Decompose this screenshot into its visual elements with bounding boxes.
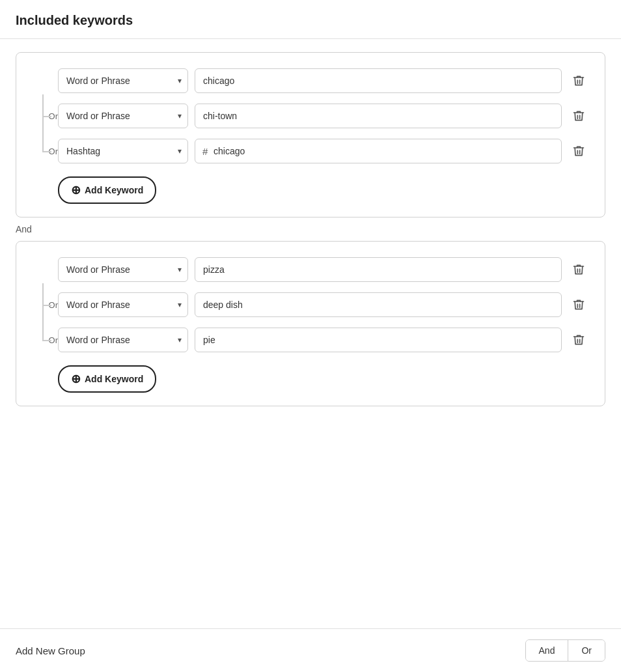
add-keyword-button-2[interactable]: ⊕ Add Keyword — [58, 365, 156, 393]
keyword-input-2[interactable] — [195, 104, 562, 128]
input-wrapper-3: # — [195, 139, 562, 163]
type-select-2[interactable]: Word or Phrase Hashtag Mention URL — [58, 104, 188, 128]
footer-bar: Add New Group And Or — [0, 628, 621, 672]
type-select-wrapper-1: Word or Phrase Hashtag Mention URL ▾ — [58, 68, 188, 93]
add-keyword-label-2: Add Keyword — [85, 374, 143, 384]
keyword-row-5: Or Word or Phrase Hashtag Mention URL ▾ — [32, 292, 589, 317]
keyword-row-1: Word or Phrase Hashtag Mention URL ▾ — [32, 68, 589, 93]
trash-icon-6 — [572, 333, 585, 346]
input-wrapper-1 — [195, 68, 562, 93]
add-circle-icon-2: ⊕ — [71, 372, 81, 386]
page-title: Included keywords — [16, 13, 133, 27]
keyword-row-2: Or Word or Phrase Hashtag Mention URL ▾ — [32, 104, 589, 128]
trash-icon-5 — [572, 298, 585, 311]
type-select-3[interactable]: Word or Phrase Hashtag Mention URL — [58, 139, 188, 163]
trash-icon-4 — [572, 263, 585, 276]
delete-button-1[interactable] — [568, 70, 589, 91]
and-connector: And — [16, 217, 605, 241]
keyword-group-1: Word or Phrase Hashtag Mention URL ▾ — [16, 52, 605, 217]
delete-button-3[interactable] — [568, 141, 589, 161]
and-button[interactable]: And — [526, 640, 568, 661]
and-or-button-group: And Or — [525, 639, 605, 662]
keyword-input-5[interactable] — [195, 292, 562, 317]
type-select-wrapper-5: Word or Phrase Hashtag Mention URL ▾ — [58, 292, 188, 317]
content-area: Word or Phrase Hashtag Mention URL ▾ — [0, 39, 621, 419]
add-circle-icon-1: ⊕ — [71, 183, 81, 197]
add-new-group-label: Add New Group — [16, 645, 85, 656]
trash-icon-2 — [572, 109, 585, 122]
page-container: Included keywords Word or Phrase Hashtag… — [0, 0, 621, 672]
input-wrapper-5 — [195, 292, 562, 317]
add-keyword-button-1[interactable]: ⊕ Add Keyword — [58, 176, 156, 204]
keyword-row-3: Or Word or Phrase Hashtag Mention URL ▾ … — [32, 139, 589, 163]
keyword-row-4: Word or Phrase Hashtag Mention URL ▾ — [32, 257, 589, 282]
delete-button-4[interactable] — [568, 259, 589, 280]
page-header: Included keywords — [0, 0, 621, 39]
type-select-wrapper-3: Word or Phrase Hashtag Mention URL ▾ — [58, 139, 188, 163]
type-select-wrapper-2: Word or Phrase Hashtag Mention URL ▾ — [58, 104, 188, 128]
input-wrapper-2 — [195, 104, 562, 128]
trash-icon-3 — [572, 145, 585, 158]
add-keyword-label-1: Add Keyword — [85, 185, 143, 195]
keyword-group-2: Word or Phrase Hashtag Mention URL ▾ — [16, 241, 605, 406]
type-select-6[interactable]: Word or Phrase Hashtag Mention URL — [58, 328, 188, 352]
type-select-5[interactable]: Word or Phrase Hashtag Mention URL — [58, 292, 188, 317]
input-wrapper-4 — [195, 257, 562, 282]
type-select-1[interactable]: Word or Phrase Hashtag Mention URL — [58, 68, 188, 93]
input-wrapper-6 — [195, 328, 562, 352]
type-select-wrapper-6: Word or Phrase Hashtag Mention URL ▾ — [58, 328, 188, 352]
delete-button-2[interactable] — [568, 105, 589, 126]
delete-button-6[interactable] — [568, 329, 589, 350]
type-select-4[interactable]: Word or Phrase Hashtag Mention URL — [58, 257, 188, 282]
and-connector-label: And — [16, 224, 32, 234]
trash-icon-1 — [572, 74, 585, 87]
keyword-input-1[interactable] — [195, 68, 562, 93]
delete-button-5[interactable] — [568, 294, 589, 315]
keyword-input-4[interactable] — [195, 257, 562, 282]
keyword-input-3[interactable] — [195, 139, 562, 163]
keyword-input-6[interactable] — [195, 328, 562, 352]
keyword-row-6: Or Word or Phrase Hashtag Mention URL ▾ — [32, 328, 589, 352]
or-button[interactable]: Or — [568, 640, 605, 661]
type-select-wrapper-4: Word or Phrase Hashtag Mention URL ▾ — [58, 257, 188, 282]
